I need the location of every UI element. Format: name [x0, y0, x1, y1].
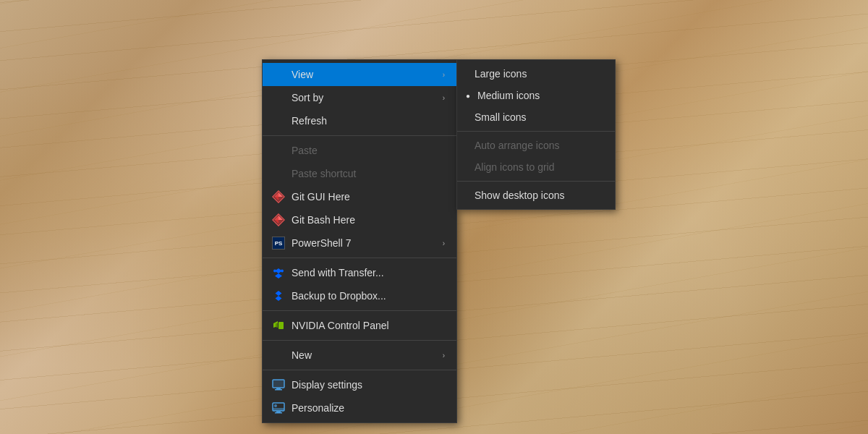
svg-rect-15 — [273, 380, 284, 388]
menu-item-paste[interactable]: Paste — [263, 139, 456, 162]
submenu-item-small-icons[interactable]: Small icons — [457, 106, 615, 128]
view-submenu-separator-1 — [457, 131, 615, 132]
powershell-icon: PS — [271, 236, 286, 250]
menu-item-new[interactable]: New › — [263, 344, 456, 367]
menu-item-backup-dropbox[interactable]: Backup to Dropbox... — [263, 284, 456, 307]
svg-rect-17 — [275, 389, 282, 391]
refresh-icon — [271, 114, 286, 128]
backup-dropbox-icon — [271, 289, 286, 303]
new-icon — [271, 348, 286, 362]
separator-4 — [263, 340, 456, 341]
backup-dropbox-label: Backup to Dropbox... — [292, 290, 445, 302]
paste-shortcut-icon — [271, 166, 286, 181]
menu-item-nvidia[interactable]: NVIDIA Control Panel — [263, 314, 456, 337]
send-transfer-label: Send with Transfer... — [292, 267, 445, 278]
menu-item-paste-shortcut[interactable]: Paste shortcut — [263, 162, 456, 185]
menu-item-display-settings[interactable]: Display settings — [263, 373, 456, 396]
nvidia-label: NVIDIA Control Panel — [292, 320, 445, 331]
personalize-label: Personalize — [292, 402, 445, 414]
show-desktop-icons-label: Show desktop icons — [475, 190, 603, 201]
git-bash-icon — [271, 213, 286, 227]
paste-shortcut-label: Paste shortcut — [292, 168, 445, 179]
context-menu-wrapper: View › Sort by › Refresh Paste Paste sho… — [262, 59, 616, 423]
svg-rect-22 — [275, 412, 282, 414]
menu-item-refresh[interactable]: Refresh — [263, 109, 456, 132]
paste-label: Paste — [292, 145, 445, 156]
separator-2 — [263, 258, 456, 258]
menu-item-personalize[interactable]: Personalize — [263, 396, 456, 420]
menu-item-send-transfer[interactable]: Send with Transfer... — [263, 261, 456, 284]
sort-by-label: Sort by — [292, 92, 431, 103]
display-settings-label: Display settings — [292, 379, 445, 391]
view-submenu-separator-2 — [457, 181, 615, 182]
submenu-item-medium-icons[interactable]: ● Medium icons — [457, 85, 615, 106]
large-icons-label: Large icons — [475, 68, 603, 80]
submenu-item-align-grid[interactable]: Align icons to grid — [457, 156, 615, 178]
auto-arrange-label: Auto arrange icons — [475, 140, 603, 151]
new-label: New — [292, 349, 431, 361]
nvidia-icon — [271, 318, 286, 333]
small-icons-label: Small icons — [475, 111, 603, 123]
git-bash-label: Git Bash Here — [292, 214, 445, 226]
medium-icons-label: Medium icons — [477, 90, 603, 101]
menu-item-view[interactable]: View › — [263, 63, 456, 86]
separator-5 — [263, 370, 456, 370]
menu-item-powershell[interactable]: PS PowerShell 7 › — [263, 231, 456, 255]
separator-3 — [263, 310, 456, 311]
git-gui-icon — [271, 190, 286, 204]
sort-by-icon — [271, 90, 286, 105]
sort-by-arrow: › — [443, 94, 445, 102]
svg-point-20 — [274, 404, 277, 407]
menu-item-sort-by[interactable]: Sort by › — [263, 86, 456, 109]
separator-1 — [263, 135, 456, 136]
align-grid-label: Align icons to grid — [475, 161, 603, 173]
refresh-label: Refresh — [292, 115, 445, 127]
display-settings-icon — [271, 378, 286, 392]
svg-point-11 — [281, 270, 284, 273]
git-gui-label: Git GUI Here — [292, 191, 445, 203]
new-arrow: › — [443, 352, 445, 359]
menu-item-git-bash[interactable]: Git Bash Here — [263, 208, 456, 231]
svg-point-10 — [273, 270, 276, 273]
svg-rect-13 — [278, 322, 284, 329]
submenu-item-large-icons[interactable]: Large icons — [457, 63, 615, 85]
submenu-item-show-desktop-icons[interactable]: Show desktop icons — [457, 184, 615, 206]
powershell-arrow: › — [443, 239, 445, 247]
submenu-item-auto-arrange[interactable]: Auto arrange icons — [457, 135, 615, 156]
view-label: View — [292, 69, 431, 80]
personalize-icon — [271, 401, 286, 415]
view-icon — [271, 67, 286, 82]
svg-rect-19 — [273, 408, 284, 411]
powershell-label: PowerShell 7 — [292, 237, 431, 249]
dropbox-icon — [271, 265, 286, 280]
menu-item-git-gui[interactable]: Git GUI Here — [263, 185, 456, 208]
paste-icon — [271, 143, 286, 158]
svg-rect-21 — [276, 412, 281, 413]
context-menu: View › Sort by › Refresh Paste Paste sho… — [262, 59, 457, 423]
medium-icons-radio: ● — [466, 92, 475, 100]
view-arrow: › — [443, 71, 445, 79]
view-submenu: Large icons ● Medium icons Small icons A… — [456, 59, 616, 210]
svg-rect-16 — [276, 388, 281, 390]
